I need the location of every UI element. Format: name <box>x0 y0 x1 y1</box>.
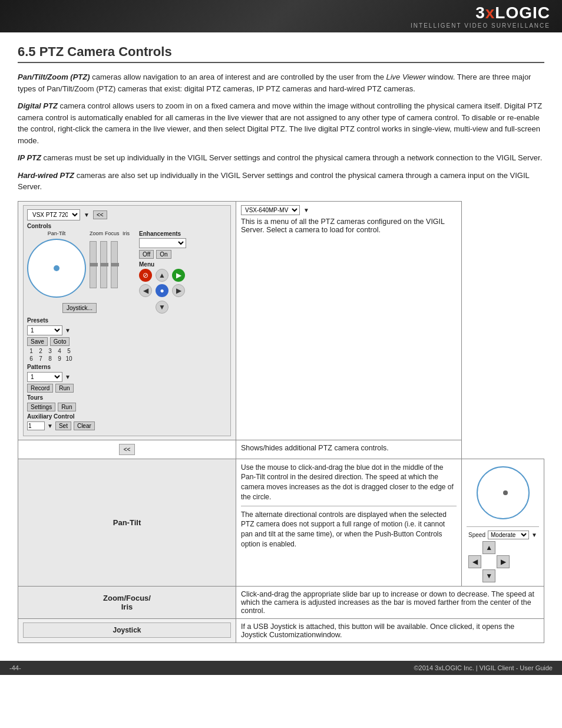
paragraph-2: Digital PTZ camera control allows users … <box>18 100 544 146</box>
controls-label: Controls <box>27 223 227 229</box>
chapter-heading: 6.5 PTZ Camera Controls <box>18 44 544 63</box>
reference-table: VSX PTZ 720P S ▼ << Controls Pan-Tilt <box>18 201 544 643</box>
zoom-focus-iris-label: Zoom/Focus/Iris <box>103 594 151 611</box>
presets-row: Presets <box>27 317 227 324</box>
focus-label: Focus <box>105 230 117 236</box>
tours-label: Tours <box>27 394 43 401</box>
on-button[interactable]: On <box>156 250 171 259</box>
pan-tilt-desc-text2: The alternate directional controls are d… <box>241 510 447 548</box>
pan-tilt-label: Pan-Tilt <box>27 230 86 236</box>
speed-label: Speed <box>468 532 485 538</box>
main-content: 6.5 PTZ Camera Controls Pan/Tilt/Zoom (P… <box>0 32 562 649</box>
double-arrow-button[interactable]: << <box>93 210 107 219</box>
table-row-pan-tilt: Pan-Tilt Use the mouse to click-and-drag… <box>18 459 544 586</box>
off-button[interactable]: Off <box>139 250 154 259</box>
ptz-panel: VSX PTZ 720P S ▼ << Controls Pan-Tilt <box>23 205 231 436</box>
para1-bold: Pan/Tilt/Zoom (PTZ) <box>18 73 90 81</box>
num-8: 8 <box>46 355 54 362</box>
clear-button[interactable]: Clear <box>74 421 95 430</box>
logo-subtitle: Intelligent Video Surveillance <box>411 22 550 29</box>
pantilt-circle[interactable] <box>27 239 86 298</box>
ui-cell-camera-select: VSX PTZ 720P S ▼ << Controls Pan-Tilt <box>18 201 236 440</box>
patterns-select[interactable]: 1 <box>27 372 62 382</box>
dropdown-arrow-icon: ▼ <box>84 212 90 218</box>
down-arrow-icon[interactable]: ▼ <box>156 301 168 314</box>
dir-up-button[interactable]: ▲ <box>482 541 495 554</box>
camera-select-desc: This is a menu of all the PTZ cameras co… <box>241 218 445 234</box>
patterns-btn-row: Record Run <box>27 384 227 393</box>
desc-camera-select: VSX-640MP-MV ▼ This is a menu of all the… <box>236 201 462 440</box>
patterns-select-row: 1 ▼ <box>27 372 227 382</box>
focus-track[interactable] <box>100 241 107 288</box>
iris-track[interactable] <box>111 241 118 288</box>
goto-button[interactable]: Goto <box>50 337 70 346</box>
menu-icons-grid: ⊘ ▲ ▶ ◀ ● ▶ ▼ <box>139 269 186 314</box>
vsx-camera-select[interactable]: VSX-640MP-MV <box>241 205 300 215</box>
iris-slider <box>111 241 118 298</box>
focus-slider <box>100 241 107 298</box>
aux-input-row: ▼ Set Clear <box>27 421 227 430</box>
camera-select-dropdown[interactable]: VSX PTZ 720P S <box>27 209 80 220</box>
double-arrow-desc-text: Shows/hides additional PTZ camera contro… <box>241 444 389 452</box>
zoom-track[interactable] <box>90 241 97 288</box>
joystick-label: Joystick <box>113 626 141 634</box>
record-button[interactable]: Record <box>27 384 53 393</box>
tours-run-button[interactable]: Run <box>58 403 75 411</box>
num-3: 3 <box>46 348 54 354</box>
pan-tilt-label-cell: Pan-Tilt <box>18 459 236 586</box>
zoom-focus-iris-label-cell: Zoom/Focus/Iris <box>18 586 236 618</box>
pan-tilt-desc-col1: Use the mouse to click-and-drag the blue… <box>236 459 462 586</box>
up-arrow-icon[interactable]: ▲ <box>156 269 168 282</box>
table-row-double-arrow: << Shows/hides additional PTZ camera con… <box>18 440 544 459</box>
paragraph-3: IP PTZ cameras must be set up individual… <box>18 152 544 164</box>
pan-tilt-circle-wrap <box>467 463 539 523</box>
num-6: 6 <box>27 355 35 362</box>
presets-label: Presets <box>27 317 48 324</box>
run-patterns-button[interactable]: Run <box>55 384 73 393</box>
pan-tilt-zoom-area: Pan-Tilt Zoom Focus Iris <box>27 230 132 314</box>
zoom-slider <box>90 241 97 298</box>
patterns-label: Patterns <box>27 364 51 370</box>
speed-select[interactable]: Moderate <box>488 531 529 539</box>
aux-input[interactable] <box>27 421 45 430</box>
presets-select[interactable]: 1 <box>27 325 62 335</box>
controls-header-labels: Pan-Tilt Zoom Focus Iris <box>27 230 132 236</box>
left-arrow-icon[interactable]: ◀ <box>139 284 152 297</box>
page-footer: -44- ©2014 3xLOGIC Inc. | VIGIL Client -… <box>0 661 562 675</box>
stop-icon[interactable]: ⊘ <box>139 269 152 282</box>
direction-controls: Speed Moderate ▼ ▲ ◀ <box>468 531 537 582</box>
direction-controls-wrap: Speed Moderate ▼ ▲ ◀ <box>467 526 539 582</box>
page-number: -44- <box>9 664 21 671</box>
presets-select-row: 1 ▼ <box>27 325 227 335</box>
num-1: 1 <box>27 348 35 354</box>
paragraph-4: Hard-wired PTZ cameras are also set up i… <box>18 170 544 193</box>
joystick-desc: If a USB Joystick is attached, this butt… <box>236 618 544 643</box>
right-arrow-icon[interactable]: ▶ <box>172 284 185 297</box>
pan-tilt-desc-dot <box>503 490 508 495</box>
speed-row: Speed Moderate ▼ <box>468 531 537 539</box>
joystick-button[interactable]: Joystick... <box>62 303 97 313</box>
pan-tilt-row-label: Pan-Tilt <box>113 518 141 527</box>
aux-label: Auxiliary Control <box>27 413 75 420</box>
enhancements-label: Enhancements <box>139 230 186 237</box>
dir-right-button[interactable]: ▶ <box>497 555 510 568</box>
center-icon[interactable]: ● <box>156 284 168 297</box>
tours-settings-button[interactable]: Settings <box>27 403 55 411</box>
enhancements-select[interactable] <box>139 238 186 248</box>
dir-down-button[interactable]: ▼ <box>482 569 495 582</box>
save-button[interactable]: Save <box>27 337 48 346</box>
enhancements-area: Enhancements Off On Menu ⊘ <box>139 230 186 314</box>
zoom-focus-iris-desc-text: Click-and-drag the appropriate slide bar… <box>241 590 534 615</box>
iris-label: Iris <box>120 230 132 236</box>
double-arrow-desc-button[interactable]: << <box>119 444 135 455</box>
num-10: 10 <box>65 355 73 362</box>
zoom-label: Zoom <box>90 230 101 236</box>
play-icon[interactable]: ▶ <box>172 269 185 282</box>
set-button[interactable]: Set <box>55 421 71 430</box>
table-row-zoom-focus-iris: Zoom/Focus/Iris Click-and-drag the appro… <box>18 586 544 618</box>
pan-tilt-desc-circle <box>477 466 530 519</box>
vsx-select-area: VSX-640MP-MV ▼ <box>241 205 457 215</box>
dir-left-button[interactable]: ◀ <box>468 555 481 568</box>
table-row-camera-select: VSX PTZ 720P S ▼ << Controls Pan-Tilt <box>18 201 544 440</box>
paragraph-1: Pan/Tilt/Zoom (PTZ) cameras allow naviga… <box>18 71 544 94</box>
